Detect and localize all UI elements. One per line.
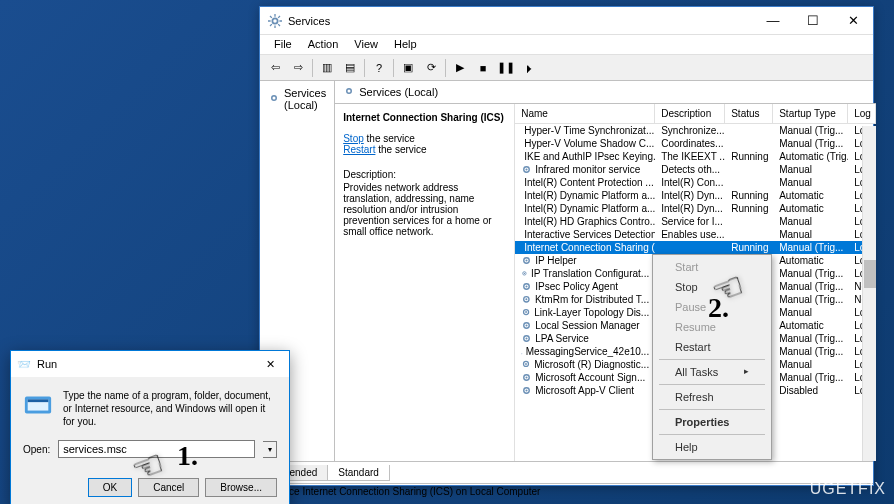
gear-icon (521, 320, 532, 331)
cm-properties[interactable]: Properties (655, 412, 769, 432)
run-browse-button[interactable]: Browse... (205, 478, 277, 497)
export-icon[interactable]: ▤ (339, 57, 361, 79)
gear-icon (521, 372, 532, 383)
service-status: Running (725, 150, 773, 163)
service-name: Local Session Manager (535, 320, 640, 331)
service-status (725, 137, 773, 150)
minimize-button[interactable]: — (753, 8, 793, 34)
properties-icon[interactable]: ▣ (397, 57, 419, 79)
svg-point-34 (526, 324, 528, 326)
help-icon[interactable]: ? (368, 57, 390, 79)
service-desc: Enables use... (655, 228, 725, 241)
service-startup: Manual (773, 358, 848, 371)
col-desc[interactable]: Description (655, 104, 725, 123)
pause-icon[interactable]: ❚❚ (495, 57, 517, 79)
gear-icon (521, 359, 531, 370)
cm-start[interactable]: Start (655, 257, 769, 277)
service-name: KtmRm for Distributed T... (535, 294, 649, 305)
run-dropdown-icon[interactable]: ▾ (263, 441, 277, 458)
menu-action[interactable]: Action (300, 35, 347, 54)
service-name: Hyper-V Time Synchronizat... (524, 125, 654, 136)
col-status[interactable]: Status (725, 104, 773, 123)
service-startup: Manual (Trig... (773, 332, 848, 345)
service-name: IKE and AuthIP IPsec Keying... (524, 151, 655, 162)
menu-view[interactable]: View (346, 35, 386, 54)
list-header: Name Description Status Startup Type Log (515, 104, 876, 124)
table-row[interactable]: Infrared monitor serviceDetects oth...Ma… (515, 163, 876, 176)
service-name: IP Translation Configurat... (531, 268, 649, 279)
service-startup: Automatic (Trig... (773, 150, 848, 163)
service-startup: Manual (773, 176, 848, 189)
restart-icon[interactable]: ⏵ (518, 57, 540, 79)
selected-service-name: Internet Connection Sharing (ICS) (343, 112, 506, 123)
menu-help[interactable]: Help (386, 35, 425, 54)
vertical-scrollbar[interactable] (862, 126, 876, 461)
show-hide-icon[interactable]: ▥ (316, 57, 338, 79)
col-startup[interactable]: Startup Type (773, 104, 848, 123)
watermark: UGETFIX (810, 480, 886, 498)
svg-point-10 (526, 168, 528, 170)
service-startup: Manual (Trig... (773, 293, 848, 306)
table-row[interactable]: Intel(R) Dynamic Platform a...Intel(R) D… (515, 189, 876, 202)
cm-help[interactable]: Help (655, 437, 769, 457)
svg-point-40 (525, 363, 527, 365)
svg-point-26 (524, 273, 525, 274)
table-row[interactable]: Intel(R) HD Graphics Contro...Service fo… (515, 215, 876, 228)
service-startup: Disabled (773, 384, 848, 397)
svg-point-32 (525, 311, 527, 313)
run-close-button[interactable]: ✕ (251, 358, 289, 371)
close-button[interactable]: ✕ (833, 8, 873, 34)
table-row[interactable]: Hyper-V Time Synchronizat...Synchronize.… (515, 124, 876, 137)
cm-restart[interactable]: Restart (655, 337, 769, 357)
cm-stop[interactable]: Stop (655, 277, 769, 297)
service-startup: Manual (773, 228, 848, 241)
desc-label: Description: (343, 169, 506, 180)
table-row[interactable]: Interactive Services DetectionEnables us… (515, 228, 876, 241)
service-desc: Service for I... (655, 215, 725, 228)
view-tabs: Extended Standard (260, 461, 873, 483)
right-header-label: Services (Local) (359, 86, 438, 98)
service-name: Internet Connection Sharing (ICS) (524, 242, 655, 253)
cm-refresh[interactable]: Refresh (655, 387, 769, 407)
tree-root[interactable]: Services (Local) (264, 85, 330, 113)
table-row[interactable]: IKE and AuthIP IPsec Keying...The IKEEXT… (515, 150, 876, 163)
run-input[interactable] (58, 440, 255, 458)
titlebar[interactable]: Services — ☐ ✕ (260, 7, 873, 35)
service-name: Hyper-V Volume Shadow C... (524, 138, 654, 149)
svg-point-44 (526, 389, 528, 391)
col-name[interactable]: Name (515, 104, 655, 123)
play-icon[interactable]: ▶ (449, 57, 471, 79)
restart-link[interactable]: Restart (343, 144, 375, 155)
run-title: Run (37, 358, 57, 370)
menu-file[interactable]: File (266, 35, 300, 54)
run-titlebar[interactable]: 📨 Run ✕ (11, 351, 289, 377)
col-log[interactable]: Log (848, 104, 876, 123)
service-startup: Automatic (773, 189, 848, 202)
gear-icon (521, 385, 532, 396)
tab-standard[interactable]: Standard (327, 465, 390, 481)
cm-all-tasks[interactable]: All Tasks (655, 362, 769, 382)
run-cancel-button[interactable]: Cancel (138, 478, 199, 497)
service-desc: Intel(R) Dyn... (655, 189, 725, 202)
service-status (725, 228, 773, 241)
refresh-icon[interactable]: ⟳ (420, 57, 442, 79)
service-desc: Intel(R) Dyn... (655, 202, 725, 215)
service-name: Link-Layer Topology Dis... (534, 307, 649, 318)
service-name: Microsoft App-V Client (535, 385, 634, 396)
desc-text: Provides network address translation, ad… (343, 182, 506, 237)
stop-icon[interactable]: ■ (472, 57, 494, 79)
table-row[interactable]: Hyper-V Volume Shadow C...Coordinates...… (515, 137, 876, 150)
service-desc: Coordinates... (655, 137, 725, 150)
gear-icon (268, 92, 280, 106)
forward-icon[interactable]: ⇨ (287, 57, 309, 79)
back-icon[interactable]: ⇦ (264, 57, 286, 79)
table-row[interactable]: Intel(R) Content Protection ...Intel(R) … (515, 176, 876, 189)
cm-resume[interactable]: Resume (655, 317, 769, 337)
svg-point-1 (272, 96, 277, 101)
stop-link[interactable]: Stop (343, 133, 364, 144)
run-ok-button[interactable]: OK (88, 478, 132, 497)
cm-pause[interactable]: Pause (655, 297, 769, 317)
maximize-button[interactable]: ☐ (793, 8, 833, 34)
table-row[interactable]: Internet Connection Sharing (ICS)Running… (515, 241, 876, 254)
table-row[interactable]: Intel(R) Dynamic Platform a...Intel(R) D… (515, 202, 876, 215)
